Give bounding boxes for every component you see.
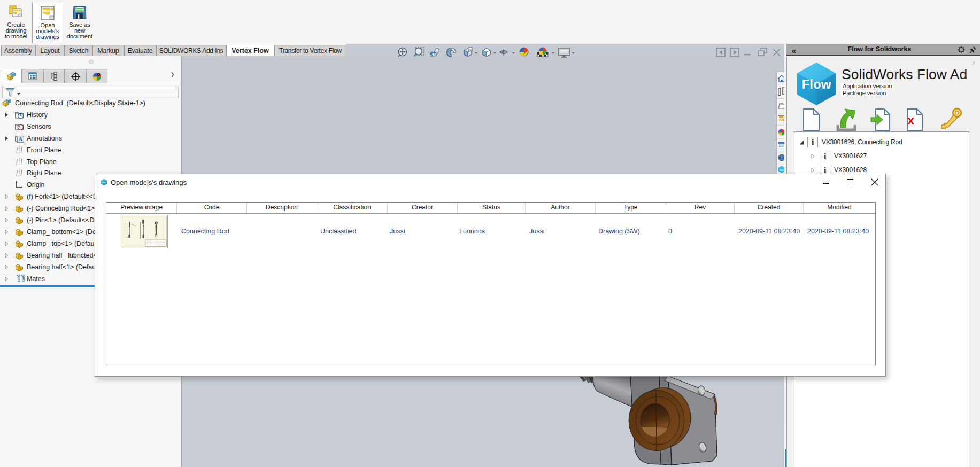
svg-text:flow: flow <box>780 169 784 172</box>
svg-text:Flow: Flow <box>802 77 831 91</box>
svg-text:flow: flow <box>102 181 106 184</box>
svg-text:x: x <box>907 113 915 127</box>
